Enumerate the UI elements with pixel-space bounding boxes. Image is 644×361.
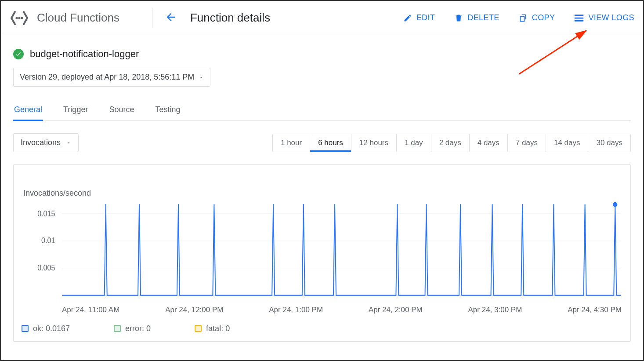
product-title: Cloud Functions [37, 11, 119, 25]
x-tick-label: Apr 24, 11:00 AM [62, 306, 119, 314]
time-range-group: 1 hour6 hours12 hours1 day2 days4 days7 … [272, 134, 631, 152]
range-6-hours[interactable]: 6 hours [310, 134, 351, 152]
chevron-down-icon [199, 75, 204, 80]
legend-ok-label: ok: 0.0167 [33, 324, 70, 333]
legend-swatch-error [114, 325, 121, 332]
tab-general[interactable]: General [13, 99, 43, 120]
range-30-days[interactable]: 30 days [588, 134, 630, 152]
separator [152, 8, 152, 28]
back-arrow-icon[interactable] [165, 11, 177, 25]
x-tick-label: Apr 24, 3:00 PM [468, 306, 522, 314]
x-tick-label: Apr 24, 4:30 PM [568, 306, 622, 314]
chart-x-ticks: Apr 24, 11:00 AMApr 24, 12:00 PMApr 24, … [62, 306, 622, 314]
svg-point-0 [15, 17, 18, 19]
copy-button[interactable]: COPY [519, 13, 555, 22]
svg-point-1 [18, 17, 20, 19]
legend-ok: ok: 0.0167 [22, 324, 70, 333]
legend-error-label: error: 0 [125, 324, 151, 333]
range-1-hour[interactable]: 1 hour [273, 134, 310, 152]
chart-legend: ok: 0.0167 error: 0 fatal: 0 [22, 324, 622, 333]
svg-point-14 [613, 202, 617, 207]
x-tick-label: Apr 24, 1:00 PM [269, 306, 323, 314]
pencil-icon [403, 14, 412, 22]
legend-error: error: 0 [114, 324, 151, 333]
svg-text:0.01: 0.01 [41, 237, 55, 245]
view-logs-button-label: VIEW LOGS [588, 13, 634, 22]
function-status-row: budget-notification-logger [13, 48, 631, 60]
chart-y-axis-label: Invocations/second [23, 189, 91, 198]
x-tick-label: Apr 24, 2:00 PM [369, 306, 423, 314]
range-2-days[interactable]: 2 days [431, 134, 469, 152]
svg-text:0.015: 0.015 [37, 209, 55, 218]
range-1-day[interactable]: 1 day [396, 134, 431, 152]
tabs: GeneralTriggerSourceTesting [13, 99, 631, 121]
logs-icon [574, 14, 584, 22]
copy-icon [519, 14, 528, 22]
version-selector[interactable]: Version 29, deployed at Apr 18, 2018, 5:… [13, 68, 210, 87]
chevron-down-icon [66, 140, 71, 146]
invocations-chart: 0.0050.010.015 [22, 201, 622, 302]
page-title: Function details [190, 11, 270, 25]
copy-button-label: COPY [532, 13, 555, 22]
x-tick-label: Apr 24, 12:00 PM [165, 306, 223, 314]
chart-card: Invocations/second 0.0050.010.015 Apr 24… [13, 164, 631, 342]
delete-button-label: DELETE [467, 13, 499, 22]
tab-trigger[interactable]: Trigger [62, 99, 89, 120]
edit-button[interactable]: EDIT [403, 13, 435, 22]
trash-icon [454, 14, 463, 22]
app-header: Cloud Functions Function details EDIT DE… [1, 1, 643, 35]
status-ok-icon [13, 49, 24, 59]
legend-swatch-fatal [195, 325, 202, 332]
delete-button[interactable]: DELETE [454, 13, 499, 22]
range-7-days[interactable]: 7 days [507, 134, 546, 152]
range-12-hours[interactable]: 12 hours [351, 134, 396, 152]
view-logs-button[interactable]: VIEW LOGS [574, 13, 634, 22]
version-selector-label: Version 29, deployed at Apr 18, 2018, 5:… [20, 73, 194, 82]
metric-selector-label: Invocations [21, 138, 61, 147]
legend-fatal: fatal: 0 [195, 324, 230, 333]
legend-fatal-label: fatal: 0 [206, 324, 230, 333]
tab-testing[interactable]: Testing [154, 99, 181, 120]
range-4-days[interactable]: 4 days [469, 134, 507, 152]
tab-source[interactable]: Source [108, 99, 135, 120]
svg-text:0.005: 0.005 [37, 264, 55, 273]
header-actions: EDIT DELETE COPY VIEW LOGS [403, 13, 634, 22]
range-14-days[interactable]: 14 days [546, 134, 588, 152]
cloud-functions-icon [10, 8, 29, 28]
function-name: budget-notification-logger [30, 48, 139, 60]
edit-button-label: EDIT [416, 13, 435, 22]
product-brand: Cloud Functions [10, 8, 119, 28]
legend-swatch-ok [22, 325, 29, 332]
svg-point-2 [21, 17, 23, 19]
metric-selector[interactable]: Invocations [13, 133, 79, 152]
